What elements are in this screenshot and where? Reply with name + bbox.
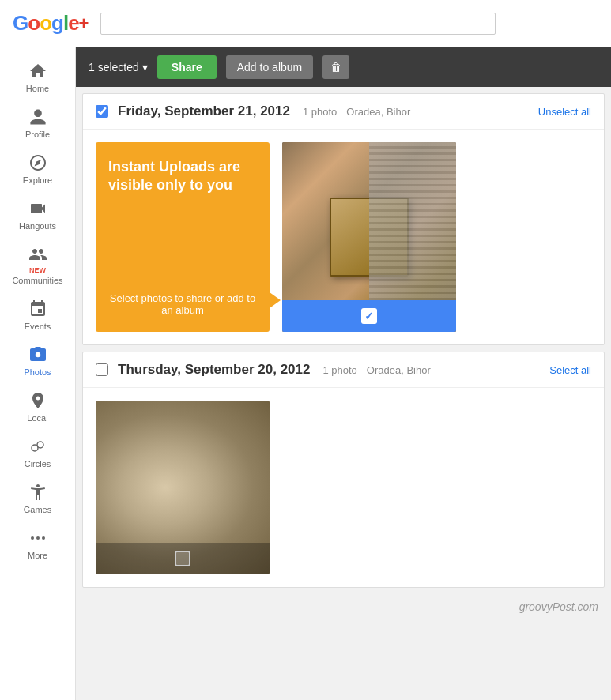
photos-area-sep20	[83, 388, 604, 587]
svg-point-3	[36, 536, 40, 540]
logo-o1: o	[28, 11, 40, 36]
svg-point-1	[37, 442, 43, 448]
svg-point-4	[42, 536, 45, 540]
section-sep20: Thursday, September 20, 2012 1 photo Ora…	[82, 352, 605, 588]
watermark-text: groovyPost.com	[519, 600, 598, 613]
new-badge: NEW	[29, 267, 46, 274]
header: Google+	[0, 0, 611, 47]
add-to-album-button[interactable]: Add to album	[226, 55, 314, 79]
photo-check-selected[interactable]: ✓	[361, 308, 377, 324]
people-icon	[27, 243, 49, 265]
dropdown-arrow: ▾	[142, 61, 148, 73]
camera-icon	[27, 344, 49, 366]
date-header-sep21: Friday, September 21, 2012 1 photo Orade…	[83, 94, 604, 130]
photo-sand[interactable]	[96, 401, 270, 574]
section-sep21-checkbox[interactable]	[96, 105, 108, 118]
date-header-sep20: Thursday, September 20, 2012 1 photo Ora…	[83, 352, 604, 388]
date-location-sep21: Oradea, Bihor	[346, 106, 410, 118]
section-sep21: Friday, September 21, 2012 1 photo Orade…	[82, 93, 605, 345]
selected-count[interactable]: 1 selected ▾	[89, 61, 148, 73]
date-photo-count-sep21: 1 photo	[303, 106, 337, 118]
date-location-sep20: Oradea, Bihor	[367, 364, 431, 376]
action-bar: 1 selected ▾ Share Add to album 🗑	[76, 47, 611, 87]
svg-point-2	[31, 536, 34, 540]
sidebar: Home Profile Explore Hangouts NEW	[0, 47, 76, 700]
search-input[interactable]	[100, 13, 496, 35]
sidebar-label-communities: Communities	[12, 276, 62, 285]
sidebar-label-more: More	[28, 551, 47, 560]
games-icon	[27, 481, 49, 503]
sidebar-item-communities[interactable]: NEW Communities	[0, 237, 75, 292]
watermark: groovyPost.com	[76, 588, 611, 619]
sidebar-label-hangouts: Hangouts	[19, 221, 56, 231]
sidebar-label-local: Local	[27, 413, 47, 423]
photo-selected-bar: ✓	[282, 300, 456, 332]
person-icon	[27, 106, 49, 128]
main-content: 1 selected ▾ Share Add to album 🗑 Friday…	[76, 47, 611, 700]
unselect-all-link[interactable]: Unselect all	[538, 106, 591, 118]
logo-o2: o	[40, 11, 51, 36]
logo-e: e	[68, 11, 78, 36]
select-all-link[interactable]: Select all	[549, 364, 591, 376]
sidebar-item-events[interactable]: Events	[0, 292, 75, 337]
circles-icon	[27, 435, 49, 457]
info-card-title: Instant Uploads are visible only to you	[108, 158, 257, 195]
sidebar-label-circles: Circles	[25, 459, 51, 469]
photos-area-sep21: Instant Uploads are visible only to you …	[83, 130, 604, 344]
map-pin-icon	[27, 390, 49, 412]
delete-button[interactable]: 🗑	[322, 55, 349, 79]
checkmark-icon: ✓	[364, 310, 374, 322]
section-sep20-checkbox[interactable]	[96, 363, 108, 376]
instant-upload-info-card: Instant Uploads are visible only to you …	[96, 142, 270, 332]
sidebar-label-photos: Photos	[24, 367, 51, 377]
sidebar-label-home: Home	[26, 84, 49, 93]
google-plus-logo: Google+	[13, 11, 88, 36]
sidebar-item-home[interactable]: Home	[0, 54, 75, 100]
sidebar-item-local[interactable]: Local	[0, 383, 75, 429]
sidebar-item-hangouts[interactable]: Hangouts	[0, 191, 75, 237]
sidebar-item-more[interactable]: More	[0, 521, 75, 566]
photo-cd[interactable]: ✓	[282, 142, 456, 332]
layout: Home Profile Explore Hangouts NEW	[0, 47, 611, 700]
sidebar-item-photos[interactable]: Photos	[0, 337, 75, 383]
date-title-sep20: Thursday, September 20, 2012	[118, 362, 310, 378]
home-icon	[27, 60, 49, 82]
sidebar-label-explore: Explore	[23, 175, 52, 185]
more-icon	[27, 527, 49, 549]
date-title-sep21: Friday, September 21, 2012	[118, 103, 290, 119]
sidebar-label-games: Games	[24, 505, 51, 514]
events-icon	[27, 298, 49, 320]
date-photo-count-sep20: 1 photo	[322, 364, 356, 376]
logo-g2: g	[51, 11, 63, 36]
logo-g: G	[13, 11, 28, 36]
info-card-description: Select photos to share or add to an albu…	[108, 292, 257, 316]
photo-unselected-bar	[96, 543, 270, 574]
logo-plus: +	[79, 13, 89, 34]
selected-count-text: 1 selected	[89, 61, 139, 73]
sidebar-item-explore[interactable]: Explore	[0, 145, 75, 191]
video-icon	[27, 198, 49, 220]
trash-icon: 🗑	[330, 61, 341, 73]
photo-check-empty[interactable]	[175, 551, 190, 566]
compass-icon	[27, 152, 49, 174]
share-button[interactable]: Share	[157, 55, 217, 79]
sidebar-item-circles[interactable]: Circles	[0, 429, 75, 475]
sidebar-item-games[interactable]: Games	[0, 475, 75, 521]
sidebar-label-events: Events	[25, 322, 51, 331]
sidebar-label-profile: Profile	[25, 130, 50, 139]
sidebar-item-profile[interactable]: Profile	[0, 100, 75, 145]
